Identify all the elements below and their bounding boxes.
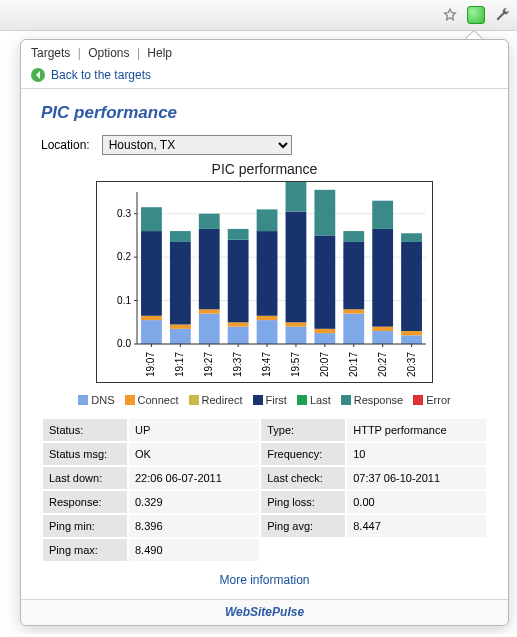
svg-rect-26	[228, 240, 249, 323]
menu-bar: Targets | Options | Help	[21, 40, 508, 64]
svg-rect-44	[372, 331, 393, 344]
svg-rect-25	[228, 322, 249, 326]
svg-text:19:37: 19:37	[232, 352, 243, 377]
svg-text:0.3: 0.3	[117, 208, 131, 219]
svg-rect-47	[372, 201, 393, 229]
legend-item: Last	[297, 394, 331, 406]
svg-rect-14	[141, 231, 162, 316]
detail-label: Last check:	[261, 467, 345, 489]
svg-text:20:37: 20:37	[406, 352, 417, 377]
detail-value: 10	[347, 443, 486, 465]
legend-item: Response	[341, 394, 404, 406]
svg-rect-32	[286, 327, 307, 344]
detail-label: Ping avg:	[261, 515, 345, 537]
location-label: Location:	[41, 138, 90, 152]
svg-rect-40	[343, 314, 364, 344]
svg-text:20:07: 20:07	[319, 352, 330, 377]
legend-swatch	[189, 395, 199, 405]
detail-value: 07:37 06-10-2011	[347, 467, 486, 489]
legend-swatch	[297, 395, 307, 405]
svg-rect-41	[343, 309, 364, 313]
detail-label: Ping loss:	[261, 491, 345, 513]
svg-rect-22	[199, 229, 220, 309]
detail-value: 8.490	[129, 539, 259, 561]
detail-value: 8.447	[347, 515, 486, 537]
svg-rect-35	[286, 182, 307, 212]
detail-value: 22:06 06-07-2011	[129, 467, 259, 489]
svg-rect-51	[401, 233, 422, 242]
legend-label: Connect	[138, 394, 179, 406]
table-row: Response:0.329Ping loss:0.00	[43, 491, 486, 513]
svg-text:19:47: 19:47	[261, 352, 272, 377]
browser-toolbar	[0, 0, 517, 31]
detail-label: Frequency:	[261, 443, 345, 465]
svg-rect-48	[401, 335, 422, 344]
detail-label: Last down:	[43, 467, 127, 489]
svg-text:19:07: 19:07	[145, 352, 156, 377]
legend-label: Redirect	[202, 394, 243, 406]
legend-item: Error	[413, 394, 450, 406]
legend-label: DNS	[91, 394, 114, 406]
table-row: Ping min:8.396Ping avg:8.447	[43, 515, 486, 537]
detail-label: Ping max:	[43, 539, 127, 561]
star-icon[interactable]	[441, 6, 459, 24]
svg-rect-20	[199, 314, 220, 344]
table-row: Status msg:OKFrequency:10	[43, 443, 486, 465]
detail-value: 0.329	[129, 491, 259, 513]
svg-rect-18	[170, 242, 191, 325]
svg-rect-16	[170, 329, 191, 344]
svg-rect-23	[199, 214, 220, 229]
svg-text:19:57: 19:57	[290, 352, 301, 377]
legend-label: Response	[354, 394, 404, 406]
svg-rect-19	[170, 231, 191, 242]
legend-item: Redirect	[189, 394, 243, 406]
svg-rect-39	[314, 190, 335, 236]
extension-icon[interactable]	[467, 6, 485, 24]
svg-rect-12	[141, 320, 162, 344]
svg-rect-30	[257, 231, 278, 316]
svg-text:0.0: 0.0	[117, 338, 131, 349]
svg-rect-13	[141, 316, 162, 320]
detail-value: OK	[129, 443, 259, 465]
details-table: Status:UPType:HTTP performanceStatus msg…	[41, 417, 488, 563]
detail-value: HTTP performance	[347, 419, 486, 441]
svg-rect-17	[170, 324, 191, 328]
detail-label: Status:	[43, 419, 127, 441]
detail-label: Ping min:	[43, 515, 127, 537]
svg-rect-29	[257, 316, 278, 320]
popup-panel: Targets | Options | Help Back to the tar…	[20, 39, 509, 626]
svg-rect-49	[401, 331, 422, 335]
svg-rect-31	[257, 209, 278, 231]
legend-swatch	[341, 395, 351, 405]
legend-swatch	[78, 395, 88, 405]
svg-rect-43	[343, 231, 364, 242]
chart-title: PIC performance	[41, 161, 488, 177]
svg-rect-37	[314, 329, 335, 333]
svg-text:0.1: 0.1	[117, 295, 131, 306]
detail-label: Response:	[43, 491, 127, 513]
menu-help[interactable]: Help	[147, 46, 172, 60]
svg-rect-21	[199, 309, 220, 313]
svg-rect-34	[286, 212, 307, 323]
menu-options[interactable]: Options	[88, 46, 129, 60]
back-link[interactable]: Back to the targets	[21, 64, 508, 89]
svg-text:0.2: 0.2	[117, 251, 131, 262]
chart: 0.00.10.20.319:0719:1719:2719:3719:4719:…	[96, 181, 433, 383]
svg-rect-36	[314, 333, 335, 344]
back-arrow-icon	[31, 68, 45, 82]
chart-legend: DNSConnectRedirectFirstLastResponseError	[41, 394, 488, 407]
svg-rect-33	[286, 322, 307, 326]
svg-rect-45	[372, 327, 393, 331]
menu-targets[interactable]: Targets	[31, 46, 70, 60]
detail-label: Status msg:	[43, 443, 127, 465]
legend-label: Error	[426, 394, 450, 406]
location-select[interactable]: Houston, TX	[102, 135, 292, 155]
svg-rect-38	[314, 235, 335, 328]
legend-item: Connect	[125, 394, 179, 406]
svg-rect-42	[343, 242, 364, 309]
detail-value: UP	[129, 419, 259, 441]
more-info-link[interactable]: More information	[219, 573, 309, 587]
detail-value: 8.396	[129, 515, 259, 537]
footer-brand: WebSitePulse	[21, 599, 508, 625]
wrench-icon[interactable]	[493, 6, 511, 24]
